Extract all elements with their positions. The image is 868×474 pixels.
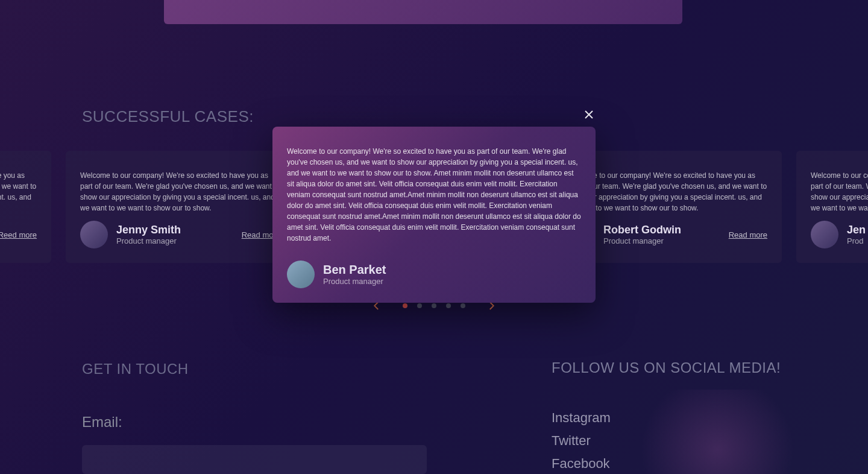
social-link-instagram[interactable]: Instagram <box>552 410 781 426</box>
carousel-dot[interactable] <box>417 303 422 308</box>
testimonial-info: Jenny Smith Product manager <box>116 224 233 245</box>
testimonial-footer: Jen Prod <box>811 221 868 248</box>
testimonial-role: Prod <box>847 236 868 245</box>
section-heading-cases: SUCCESSFUL CASES: <box>82 107 254 126</box>
close-button[interactable] <box>582 107 596 122</box>
carousel-dot[interactable] <box>461 303 465 308</box>
testimonial-body: Welcome to our company! We're so excited… <box>811 170 868 213</box>
avatar <box>80 221 108 248</box>
testimonial-role: Product manager <box>116 236 233 245</box>
email-input[interactable] <box>82 445 427 474</box>
testimonial-card: Welcome to our company! We're so excited… <box>66 151 295 263</box>
carousel-dot[interactable] <box>403 303 407 308</box>
testimonial-role: Product manager <box>603 236 720 245</box>
testimonial-footer: Reed more <box>0 221 37 248</box>
testimonial-name: Jen <box>847 224 868 236</box>
testimonial-info: Robert Godwin Product manager <box>603 224 720 245</box>
section-heading-follow: FOLLOW US ON SOCIAL MEDIA! <box>552 359 781 376</box>
carousel-dot[interactable] <box>432 303 436 308</box>
hero-block-footer <box>164 0 682 24</box>
testimonial-footer: Ben Parket Product manager <box>287 261 581 288</box>
follow-us-section: FOLLOW US ON SOCIAL MEDIA! Instagram Twi… <box>552 359 781 472</box>
carousel-dot[interactable] <box>446 303 451 308</box>
testimonial-name: Ben Parket <box>323 263 581 277</box>
email-label: Email: <box>82 414 427 431</box>
testimonial-body: Welcome to our company! We're so excited… <box>80 170 280 213</box>
get-in-touch-section: GET IN TOUCH Email: <box>82 361 427 474</box>
section-heading-contact: GET IN TOUCH <box>82 361 427 378</box>
social-links: Instagram Twitter Facebook <box>552 410 781 472</box>
testimonial-body: Welcome to our company! We're so excited… <box>287 146 581 244</box>
testimonial-info: Jen Prod <box>847 224 868 245</box>
testimonial-info: Ben Parket Product manager <box>323 263 581 286</box>
testimonial-footer: Robert Godwin Product manager Read more <box>567 221 767 248</box>
social-link-twitter[interactable]: Twitter <box>552 433 781 449</box>
testimonial-card-featured: Welcome to our company! We're so excited… <box>272 127 596 303</box>
social-link-facebook[interactable]: Facebook <box>552 456 781 472</box>
testimonial-card: Welcome to our company! We're so excited… <box>0 151 51 263</box>
read-more-link[interactable]: Reed more <box>0 230 37 239</box>
testimonial-body: Welcome to our company! We're so excited… <box>0 170 37 213</box>
avatar <box>287 261 315 288</box>
close-icon <box>582 107 596 122</box>
avatar <box>811 221 838 248</box>
testimonial-body: Welcome to our company! We're so excited… <box>567 170 767 213</box>
testimonial-name: Jenny Smith <box>116 224 233 236</box>
read-more-link[interactable]: Read more <box>729 230 767 239</box>
testimonial-name: Robert Godwin <box>603 224 720 236</box>
testimonial-role: Product manager <box>323 277 581 286</box>
testimonial-footer: Jenny Smith Product manager Read more <box>80 221 280 248</box>
carousel-dots <box>403 303 465 308</box>
testimonial-card: Welcome to our company! We're so excited… <box>796 151 868 263</box>
